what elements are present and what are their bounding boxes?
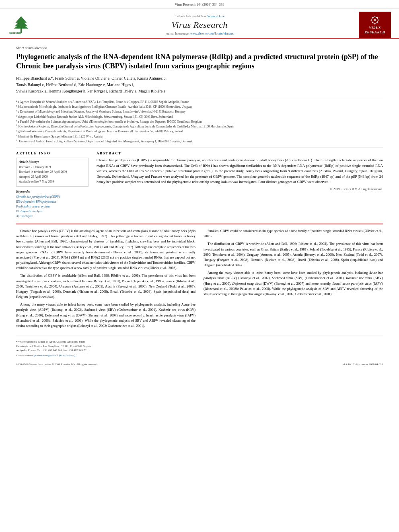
citation-text: Virus Research 144 (2009) 334–338 [175, 2, 224, 6]
article-title: Phylogenetic analysis of the RNA-depende… [16, 52, 383, 71]
affiliation-f: f f Centro Apícola Regional, Dirección G… [16, 124, 383, 129]
elsevier-logo-icon: ELSEVIER [8, 14, 36, 35]
abstract-text: Chronic bee paralysis virus (CBPV) is re… [97, 158, 383, 185]
logo-main-text: VIRUS RESEARCH [364, 26, 385, 35]
svg-line-13 [377, 17, 378, 18]
footnote-divider [16, 338, 48, 338]
keyword-2: RNA-dependent RNA polymerase [16, 199, 88, 204]
body-right-placeholder: families, CBPV could be considered as th… [204, 228, 383, 239]
doi-text: doi:10.1016/j.virusres.2009.04.025 [343, 363, 383, 366]
svg-point-6 [374, 19, 376, 21]
article-info-column: ARTICLE INFO Article history: Received 2… [16, 151, 88, 219]
virus-research-logo: VIRUS RESEARCH [359, 12, 391, 38]
sciencedirect-label: Contents lists available at [174, 14, 207, 18]
affiliation-a: a a Agence Française de Sécurité Sanitai… [16, 100, 383, 104]
keywords-box: Keywords: Chronic bee paralysis virus (C… [16, 190, 88, 219]
article-history-title: Article history: [19, 160, 86, 164]
authors-line1: Philippe Blanchard a,*, Frank Schurr a, … [16, 76, 167, 80]
affiliation-g: g g National Veterinary Research Institu… [16, 129, 383, 134]
issn-text: 0168-1702/$ – see front matter © 2009 El… [16, 363, 98, 366]
body-paragraph-3: Among the many viruses able to infect ho… [16, 302, 195, 329]
journal-title: Virus Research [48, 20, 351, 30]
affiliation-e: e e Faculté Universitaire des Sciences A… [16, 119, 383, 124]
svg-line-11 [372, 17, 372, 18]
body-right-column: families, CBPV could be considered as th… [204, 228, 383, 331]
logo-icon [367, 15, 383, 25]
svg-line-12 [377, 23, 378, 23]
keyword-3: Predicted structural protein [16, 204, 88, 209]
journal-homepage: journal homepage: www.elsevier.com/locat… [48, 32, 351, 35]
body-right-p2: The distribution of CBPV is worldwide (A… [204, 241, 383, 268]
bottom-bar: 0168-1702/$ – see front matter © 2009 El… [16, 361, 383, 366]
journal-logo-area: VIRUS RESEARCH [351, 12, 391, 38]
journal-citation: Virus Research 144 (2009) 334–338 [0, 0, 399, 8]
authors-line2: Tamás Bakonyi c, Hélène Berthoud d, Eric… [16, 82, 134, 87]
received-date: Received 21 January 2009 [19, 165, 86, 170]
homepage-label: journal homepage: [165, 32, 190, 35]
keyword-5: Apis mellifera [16, 214, 88, 219]
body-section: Chronic bee paralysis virus (CBPV) is th… [16, 224, 383, 331]
body-left-column: Chronic bee paralysis virus (CBPV) is th… [16, 228, 195, 331]
affiliation-d: d d Agroscope Liebefeld-Posieux Research… [16, 115, 383, 119]
page: Virus Research 144 (2009) 334–338 ELSEVI… [0, 0, 399, 532]
affiliations-block: a a Agence Française de Sécurité Sanitai… [16, 97, 383, 144]
body-paragraph-2: The distribution of CBPV is worldwide (A… [16, 273, 195, 300]
article-info-section-header: ARTICLE INFO [16, 151, 88, 155]
footer-section: * * Corresponding author at: AFSSA Sophi… [16, 335, 383, 357]
affiliation-b: b b Laboratorio de Microbiología, Instit… [16, 105, 383, 109]
main-content: Short communication Phylogenetic analysi… [0, 39, 399, 370]
affiliation-h: h h Institut für Bienenkunde, Spargelfel… [16, 134, 383, 139]
affiliation-c: c c Department of Microbiology and Infec… [16, 109, 383, 114]
authors-block: Philippe Blanchard a,*, Frank Schurr a, … [16, 75, 383, 94]
keywords-title: Keywords: [16, 190, 88, 193]
body-paragraph-1: Chronic bee paralysis virus (CBPV) is th… [16, 228, 195, 271]
elsevier-logo-area: ELSEVIER [8, 14, 48, 35]
affiliation-i: i i University of Aarhus, Faculty of Agr… [16, 139, 383, 144]
copyright-line: © 2009 Elsevier B.V. All rights reserved… [97, 187, 383, 191]
footnote-text: * * Corresponding author at: AFSSA Sophi… [16, 340, 97, 353]
footnote-column: * * Corresponding author at: AFSSA Sophi… [16, 338, 97, 357]
sciencedirect-line: Contents lists available at ScienceDirec… [48, 14, 351, 18]
keyword-1: Chronic bee paralysis virus (CBPV) [16, 195, 88, 199]
article-type: Short communication [16, 46, 383, 50]
svg-line-14 [372, 23, 372, 23]
abstract-column: ABSTRACT Chronic bee paralysis virus (CB… [97, 151, 383, 219]
logo-top-text [367, 15, 383, 26]
abstract-section-header: ABSTRACT [97, 151, 383, 155]
online-date: Available online 7 May 2009 [19, 179, 86, 184]
footnote-email: E-mail address: p.blanchard@afssa.fr (P.… [16, 353, 97, 358]
revised-date: Received in revised form 28 April 2009 [19, 170, 86, 175]
info-abstract-section: ARTICLE INFO Article history: Received 2… [16, 148, 383, 219]
authors-line3: Sylwia Kasprzak g, Hemma Koeglberger h, … [16, 89, 165, 93]
article-history-box: Article history: Received 21 January 200… [16, 158, 88, 187]
body-right-p3: Among the many viruses able to infect ho… [204, 270, 383, 297]
homepage-url[interactable]: www.elsevier.com/locate/virusres [190, 32, 234, 35]
journal-header: ELSEVIER Contents lists available at Sci… [0, 8, 399, 39]
journal-header-center: Contents lists available at ScienceDirec… [48, 14, 351, 35]
sciencedirect-link[interactable]: ScienceDirect [208, 14, 226, 18]
svg-text:ELSEVIER: ELSEVIER [9, 32, 21, 34]
accepted-date: Accepted 29 April 2009 [19, 175, 86, 179]
keyword-4: Phylogenetic analysis [16, 209, 88, 214]
